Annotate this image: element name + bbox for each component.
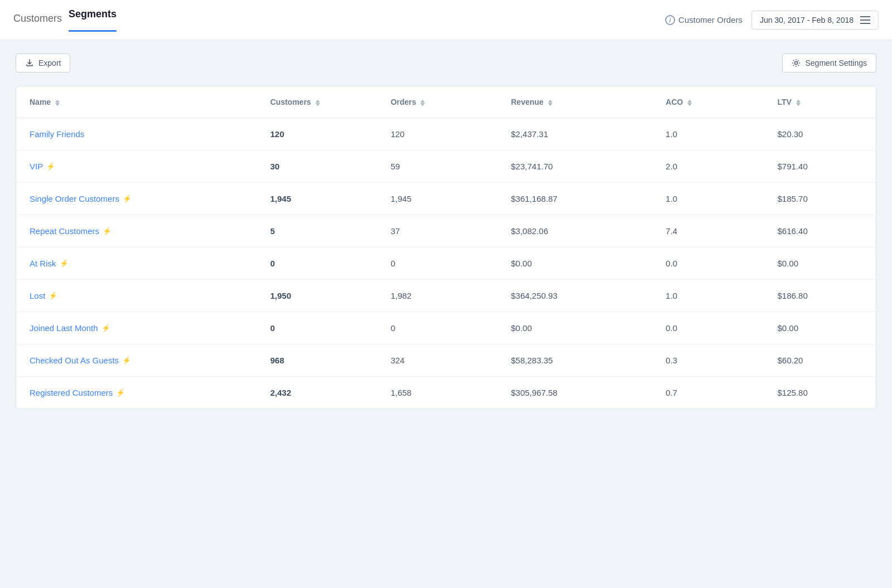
segment-name: At Risk	[30, 259, 56, 268]
lightning-icon: ⚡	[46, 162, 55, 171]
cell-customers: 30	[257, 150, 377, 183]
cell-orders: 1,945	[377, 183, 498, 215]
segment-link[interactable]: Family Friends	[30, 129, 244, 139]
nav-segments-link[interactable]: Segments	[69, 8, 117, 32]
col-header-name[interactable]: Name	[16, 86, 257, 118]
sort-arrows-ltv	[796, 100, 801, 106]
export-button[interactable]: Export	[16, 54, 70, 72]
cell-aco: 1.0	[652, 183, 764, 215]
cell-customers: 1,945	[257, 183, 377, 215]
segment-link[interactable]: Registered Customers⚡	[30, 388, 244, 397]
col-header-revenue[interactable]: Revenue	[498, 86, 653, 118]
cell-revenue: $2,437.31	[498, 118, 653, 150]
cell-revenue: $305,967.58	[498, 377, 653, 409]
lightning-icon: ⚡	[122, 356, 131, 365]
table-row: Registered Customers⚡2,4321,658$305,967.…	[16, 377, 876, 409]
content-area: Export Segment Settings Name	[0, 40, 892, 422]
segment-link[interactable]: Repeat Customers⚡	[30, 226, 244, 236]
table-row: Checked Out As Guests⚡968324$58,283.350.…	[16, 344, 876, 377]
gear-icon	[792, 59, 801, 67]
table-row: VIP⚡3059$23,741.702.0$791.40	[16, 150, 876, 183]
cell-aco: 0.0	[652, 312, 764, 344]
segment-link[interactable]: VIP⚡	[30, 162, 244, 171]
cell-aco: 0.7	[652, 377, 764, 409]
page-wrapper: Customers Segments i Customer Orders Jun…	[0, 0, 892, 588]
cell-ltv: $125.80	[764, 377, 876, 409]
cell-ltv: $186.80	[764, 280, 876, 312]
cell-orders: 0	[377, 312, 498, 344]
col-header-ltv[interactable]: LTV	[764, 86, 876, 118]
cell-customers: 1,950	[257, 280, 377, 312]
cell-aco: 0.0	[652, 247, 764, 280]
sort-arrows-aco	[687, 100, 692, 106]
cell-ltv: $60.20	[764, 344, 876, 377]
lightning-icon: ⚡	[60, 259, 69, 268]
cell-ltv: $0.00	[764, 312, 876, 344]
segment-name: VIP	[30, 162, 43, 171]
cell-revenue: $0.00	[498, 247, 653, 280]
cell-customers: 5	[257, 215, 377, 247]
cell-aco: 0.3	[652, 344, 764, 377]
lightning-icon: ⚡	[116, 388, 125, 397]
nav-customers-link[interactable]: Customers	[13, 13, 62, 27]
cell-ltv: $616.40	[764, 215, 876, 247]
cell-revenue: $361,168.87	[498, 183, 653, 215]
cell-aco: 1.0	[652, 280, 764, 312]
cell-aco: 2.0	[652, 150, 764, 183]
customer-orders-label: i Customer Orders	[665, 15, 743, 25]
table-row: Single Order Customers⚡1,9451,945$361,16…	[16, 183, 876, 215]
menu-icon	[860, 16, 870, 24]
table-row: Repeat Customers⚡537$3,082.067.4$616.40	[16, 215, 876, 247]
sort-arrows-orders	[420, 100, 425, 106]
export-label: Export	[38, 59, 61, 67]
col-header-orders[interactable]: Orders	[377, 86, 498, 118]
date-range-button[interactable]: Jun 30, 2017 - Feb 8, 2018	[752, 11, 879, 30]
segments-table: Name Customers	[16, 86, 876, 409]
sort-arrows-customers	[316, 100, 320, 106]
segment-name: Joined Last Month	[30, 323, 98, 333]
nav-right: i Customer Orders Jun 30, 2017 - Feb 8, …	[665, 11, 879, 30]
toolbar: Export Segment Settings	[16, 54, 876, 72]
segment-link[interactable]: Lost⚡	[30, 291, 244, 300]
cell-ltv: $0.00	[764, 247, 876, 280]
segment-settings-button[interactable]: Segment Settings	[782, 54, 876, 72]
cell-revenue: $3,082.06	[498, 215, 653, 247]
cell-customers: 0	[257, 247, 377, 280]
cell-orders: 120	[377, 118, 498, 150]
customer-orders-text: Customer Orders	[678, 15, 743, 25]
cell-customers: 0	[257, 312, 377, 344]
cell-orders: 1,658	[377, 377, 498, 409]
segment-name: Single Order Customers	[30, 194, 119, 203]
cell-orders: 324	[377, 344, 498, 377]
cell-revenue: $23,741.70	[498, 150, 653, 183]
segment-link[interactable]: Single Order Customers⚡	[30, 194, 244, 203]
cell-ltv: $20.30	[764, 118, 876, 150]
table-header-row: Name Customers	[16, 86, 876, 118]
col-header-customers[interactable]: Customers	[257, 86, 377, 118]
table-row: Lost⚡1,9501,982$364,250.931.0$186.80	[16, 280, 876, 312]
lightning-icon: ⚡	[123, 195, 132, 203]
lightning-icon: ⚡	[103, 227, 112, 235]
segment-link[interactable]: Checked Out As Guests⚡	[30, 356, 244, 365]
lightning-icon: ⚡	[101, 324, 110, 332]
segment-link[interactable]: At Risk⚡	[30, 259, 244, 268]
cell-orders: 1,982	[377, 280, 498, 312]
table-row: Joined Last Month⚡00$0.000.0$0.00	[16, 312, 876, 344]
col-header-aco[interactable]: ACO	[652, 86, 764, 118]
nav-left: Customers Segments	[13, 8, 117, 31]
cell-orders: 0	[377, 247, 498, 280]
cell-customers: 968	[257, 344, 377, 377]
cell-customers: 120	[257, 118, 377, 150]
top-nav: Customers Segments i Customer Orders Jun…	[0, 0, 892, 40]
export-icon	[25, 59, 34, 67]
segment-link[interactable]: Joined Last Month⚡	[30, 323, 244, 333]
svg-point-0	[795, 62, 798, 65]
cell-aco: 7.4	[652, 215, 764, 247]
segment-settings-label: Segment Settings	[805, 59, 867, 67]
sort-arrows-name	[55, 100, 60, 106]
cell-customers: 2,432	[257, 377, 377, 409]
segment-name: Registered Customers	[30, 388, 113, 397]
cell-revenue: $364,250.93	[498, 280, 653, 312]
cell-revenue: $0.00	[498, 312, 653, 344]
table-row: At Risk⚡00$0.000.0$0.00	[16, 247, 876, 280]
